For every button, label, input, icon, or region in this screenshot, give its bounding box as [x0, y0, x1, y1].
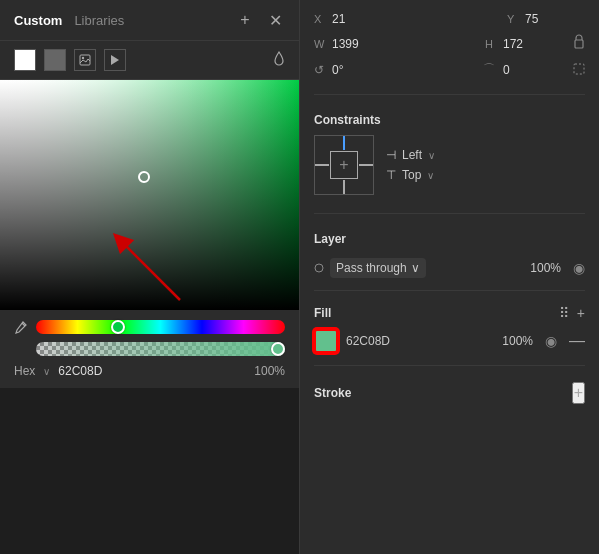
- divider-2: [314, 213, 585, 214]
- constraint-options: ⊣ Left ∨ ⊤ Top ∨: [386, 148, 435, 182]
- top-arrow-icon: ⊤: [386, 168, 396, 182]
- color-gradient-picker[interactable]: [0, 80, 299, 310]
- lock-proportions-icon[interactable]: [573, 34, 585, 53]
- stroke-header: Stroke +: [314, 382, 585, 404]
- alpha-checkerboard: [36, 342, 285, 356]
- swatch-gray[interactable]: [44, 49, 66, 71]
- layer-row: Pass through ∨ 100% ◉: [314, 254, 585, 282]
- divider-3: [314, 290, 585, 291]
- fill-opacity-value[interactable]: 100%: [502, 334, 533, 348]
- svg-point-8: [315, 264, 323, 272]
- w-input[interactable]: [332, 37, 392, 51]
- y-label: Y: [507, 13, 519, 25]
- layer-visibility-icon[interactable]: ◉: [573, 260, 585, 276]
- eyedropper-button[interactable]: [14, 320, 28, 334]
- image-swatch-icon[interactable]: [74, 49, 96, 71]
- constraint-inner-box: +: [330, 151, 358, 179]
- color-controls: Hex ∨ 100%: [0, 310, 299, 388]
- constraint-plus-icon: +: [339, 156, 348, 174]
- h-input[interactable]: [503, 37, 563, 51]
- constraint-left-label: Left: [402, 148, 422, 162]
- h-label: H: [485, 38, 497, 50]
- top-chevron-icon[interactable]: ∨: [427, 170, 434, 181]
- svg-rect-7: [574, 64, 584, 74]
- hex-row: Hex ∨ 100%: [14, 364, 285, 378]
- hue-slider-container[interactable]: [36, 320, 285, 334]
- hue-handle[interactable]: [111, 320, 125, 334]
- divider-4: [314, 365, 585, 366]
- constraint-left-line: [315, 164, 329, 166]
- constraint-right-line: [359, 164, 373, 166]
- hue-row: [14, 320, 285, 334]
- gradient-black-overlay: [0, 80, 299, 310]
- fill-visibility-icon[interactable]: ◉: [545, 333, 557, 349]
- fill-color-swatch[interactable]: [314, 329, 338, 353]
- divider-1: [314, 94, 585, 95]
- hex-input[interactable]: [58, 364, 246, 378]
- swatch-row: [0, 41, 299, 80]
- x-label: X: [314, 13, 326, 25]
- constraints-title: Constraints: [314, 113, 585, 127]
- fill-row: 62C08D 100% ◉ —: [314, 325, 585, 357]
- hex-dropdown-arrow[interactable]: ∨: [43, 366, 50, 377]
- x-input[interactable]: [332, 12, 392, 26]
- constraints-box: + ⊣ Left ∨ ⊤ Top ∨: [314, 135, 585, 195]
- stroke-add-button[interactable]: +: [572, 382, 585, 404]
- wh-row: W H: [314, 34, 585, 53]
- fill-dots-button[interactable]: ⠿: [559, 305, 569, 321]
- hex-type-dropdown[interactable]: Hex: [14, 364, 35, 378]
- play-swatch-icon[interactable]: [104, 49, 126, 71]
- layer-mode-label: Pass through: [336, 261, 407, 275]
- fill-header: Fill ⠿ +: [314, 305, 585, 321]
- corner-input[interactable]: [503, 63, 563, 77]
- w-label: W: [314, 38, 326, 50]
- close-button[interactable]: ✕: [265, 10, 285, 30]
- svg-marker-2: [111, 55, 119, 65]
- layer-opacity-value[interactable]: 100%: [530, 261, 561, 275]
- rotation-icon: ↺: [314, 63, 324, 77]
- fill-actions: ⠿ +: [559, 305, 585, 321]
- stroke-title: Stroke: [314, 386, 351, 400]
- header-actions: + ✕: [235, 10, 285, 30]
- constraint-bottom-line: [343, 180, 345, 194]
- layer-mode-dropdown[interactable]: Pass through ∨: [330, 258, 426, 278]
- constraint-top-option[interactable]: ⊤ Top ∨: [386, 168, 435, 182]
- tab-custom[interactable]: Custom: [14, 13, 62, 28]
- svg-point-1: [82, 57, 84, 59]
- constraint-left-option[interactable]: ⊣ Left ∨: [386, 148, 435, 162]
- left-chevron-icon[interactable]: ∨: [428, 150, 435, 161]
- layer-mode-chevron-icon: ∨: [411, 261, 420, 275]
- swatch-white[interactable]: [14, 49, 36, 71]
- color-picker-handle[interactable]: [138, 171, 150, 183]
- layer-mode-circle-icon: [314, 259, 324, 277]
- alpha-handle[interactable]: [271, 342, 285, 356]
- hue-slider[interactable]: [36, 320, 285, 334]
- fill-hex-value[interactable]: 62C08D: [346, 334, 494, 348]
- constraint-top-label: Top: [402, 168, 421, 182]
- add-button[interactable]: +: [235, 10, 255, 30]
- alpha-row: [14, 342, 285, 356]
- water-drop-icon: [273, 51, 285, 70]
- alpha-gradient: [36, 342, 285, 356]
- corner-radius-icon: ⌒: [483, 61, 495, 78]
- rotation-input[interactable]: [332, 63, 392, 77]
- tab-libraries[interactable]: Libraries: [74, 13, 124, 28]
- left-panel: Custom Libraries + ✕: [0, 0, 300, 554]
- y-input[interactable]: [525, 12, 585, 26]
- fill-remove-button[interactable]: —: [569, 332, 585, 350]
- constraint-widget[interactable]: +: [314, 135, 374, 195]
- right-panel: X Y W H ↺ ⌒ Constraints: [300, 0, 599, 554]
- opacity-value: 100%: [254, 364, 285, 378]
- alpha-slider-container[interactable]: [36, 342, 285, 356]
- constraint-top-line: [343, 136, 345, 150]
- corner-options-icon[interactable]: [573, 62, 585, 78]
- layer-title: Layer: [314, 232, 585, 246]
- left-arrow-icon: ⊣: [386, 148, 396, 162]
- fill-add-button[interactable]: +: [577, 305, 585, 321]
- panel-header: Custom Libraries + ✕: [0, 0, 299, 41]
- xy-row: X Y: [314, 12, 585, 26]
- rotation-row: ↺ ⌒: [314, 61, 585, 78]
- svg-rect-6: [575, 40, 583, 48]
- fill-title: Fill: [314, 306, 331, 320]
